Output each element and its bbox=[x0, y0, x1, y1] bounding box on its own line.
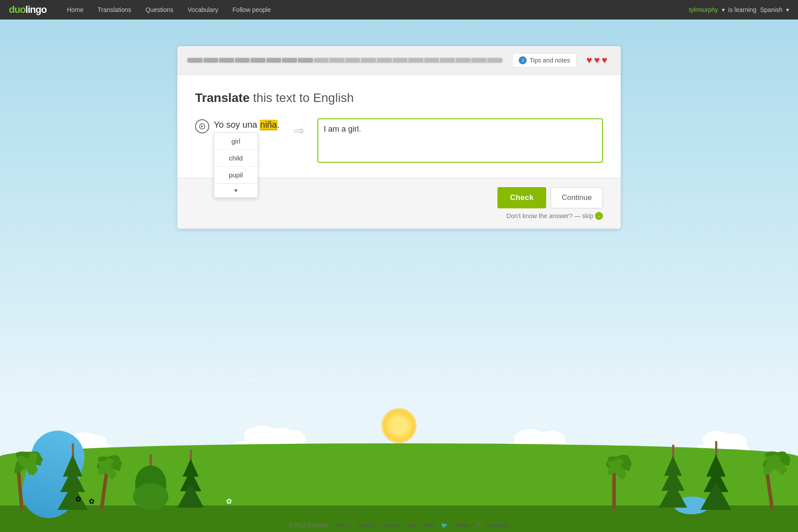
tree-palm-right-1 bbox=[607, 452, 621, 510]
tree-evergreen-right-2 bbox=[700, 441, 732, 510]
navbar-user-area: tylrmurphy ▾ is learning Spanish ▾ bbox=[689, 6, 789, 13]
progress-seg-20 bbox=[487, 58, 502, 63]
footer-twitter-icon: 🐦 bbox=[441, 522, 448, 528]
sun bbox=[381, 408, 417, 443]
sentence-wrapper: Yo soy una niña. girl child pupil ▼ bbox=[214, 118, 280, 131]
tooltip-pointer bbox=[223, 133, 230, 133]
tips-button-label: Tips and notes bbox=[529, 57, 570, 64]
progress-area: i Tips and notes ♥ ♥ ♥ bbox=[177, 46, 621, 75]
skip-arrow-icon: → bbox=[595, 212, 603, 220]
nav-vocabulary[interactable]: Vocabulary bbox=[180, 0, 225, 20]
footer-blog[interactable]: Blog bbox=[423, 522, 434, 528]
progress-seg-12 bbox=[361, 58, 376, 63]
exercise-title-rest: this text to English bbox=[250, 91, 354, 105]
tips-button[interactable]: i Tips and notes bbox=[512, 53, 576, 67]
answer-input[interactable] bbox=[317, 118, 603, 163]
footer-facebook-icon: f bbox=[477, 522, 479, 528]
progress-seg-16 bbox=[424, 58, 439, 63]
progress-bar-track bbox=[186, 57, 503, 63]
progress-seg-3 bbox=[219, 58, 234, 63]
skip-text: Don't know the answer? — skip bbox=[506, 212, 593, 219]
footer-help[interactable]: Help bbox=[405, 522, 416, 528]
bird-1: 〜 bbox=[248, 377, 254, 384]
navbar-username[interactable]: tylrmurphy bbox=[689, 6, 718, 13]
footer-twitter[interactable]: Twitter bbox=[455, 522, 470, 528]
progress-seg-8 bbox=[298, 58, 313, 63]
tree-round-left-1 bbox=[133, 454, 168, 510]
skip-link[interactable]: Don't know the answer? — skip → bbox=[506, 212, 603, 220]
navbar-chevron: ▾ bbox=[722, 6, 725, 13]
highlighted-word[interactable]: niña bbox=[260, 120, 278, 130]
exercise-title: Translate this text to English bbox=[195, 91, 603, 105]
progress-seg-2 bbox=[203, 58, 219, 63]
word-tooltip: girl child pupil ▼ bbox=[214, 133, 258, 198]
progress-seg-13 bbox=[377, 58, 392, 63]
answer-area bbox=[317, 118, 603, 164]
footer-facebook[interactable]: Facebook bbox=[486, 522, 510, 528]
progress-seg-19 bbox=[471, 58, 486, 63]
logo-lingo: lingo bbox=[25, 4, 47, 15]
arrow-divider: ⇒ bbox=[293, 123, 304, 138]
sentence-area: Yo soy una niña. girl child pupil ▼ bbox=[195, 118, 280, 133]
heart-2: ♥ bbox=[594, 55, 600, 66]
heart-1: ♥ bbox=[587, 55, 592, 66]
hearts-area: ♥ ♥ ♥ bbox=[582, 55, 612, 66]
tooltip-item-child[interactable]: child bbox=[214, 150, 258, 167]
navbar-is-learning: is learning bbox=[728, 6, 757, 13]
nav-links: Home Translations Questions Vocabulary F… bbox=[60, 0, 689, 20]
exercise-body: Translate this text to English Yo soy un… bbox=[177, 75, 621, 178]
progress-seg-15 bbox=[408, 58, 423, 63]
flower-3: ✿ bbox=[226, 497, 232, 505]
logo[interactable]: duolingo bbox=[9, 4, 47, 16]
nav-questions[interactable]: Questions bbox=[138, 0, 180, 20]
tree-palm-left-1 bbox=[13, 448, 27, 510]
sun-glow bbox=[381, 408, 417, 443]
page-footer: © 2012 Duolingo Terms Privacy Upload Hel… bbox=[0, 522, 798, 528]
progress-seg-1 bbox=[188, 58, 203, 63]
logo-duo: duo bbox=[9, 4, 25, 15]
nav-follow[interactable]: Follow people bbox=[225, 0, 278, 20]
bird-2: 〜 bbox=[262, 380, 267, 388]
flower-2: ✿ bbox=[89, 497, 94, 505]
navbar-flag-chevron: ▾ bbox=[786, 6, 789, 13]
progress-seg-9 bbox=[314, 58, 329, 63]
nav-translations[interactable]: Translations bbox=[90, 0, 138, 20]
continue-button[interactable]: Continue bbox=[551, 187, 603, 208]
progress-seg-6 bbox=[266, 58, 282, 63]
speaker-button[interactable] bbox=[195, 119, 209, 133]
progress-seg-7 bbox=[282, 58, 297, 63]
flower-1: ✿ bbox=[75, 495, 81, 503]
sentence-after: . bbox=[278, 120, 280, 129]
navbar: duolingo Home Translations Questions Voc… bbox=[0, 0, 798, 20]
footer-privacy[interactable]: Privacy bbox=[357, 522, 374, 528]
progress-seg-4 bbox=[235, 58, 250, 63]
progress-seg-18 bbox=[456, 58, 471, 63]
svg-marker-1 bbox=[201, 125, 203, 128]
navbar-language: Spanish bbox=[760, 6, 782, 13]
speaker-icon bbox=[199, 123, 205, 129]
check-button[interactable]: Check bbox=[497, 187, 546, 208]
sentence-before: Yo soy una bbox=[214, 120, 260, 129]
sentence-text: Yo soy una niña. bbox=[214, 120, 280, 129]
info-icon: i bbox=[519, 56, 527, 64]
tree-evergreen-left-1 bbox=[58, 443, 88, 510]
footer-upload[interactable]: Upload bbox=[381, 522, 398, 528]
tree-evergreen-right-1 bbox=[659, 445, 687, 508]
tooltip-item-girl[interactable]: girl bbox=[214, 133, 258, 150]
tree-evergreen-left-2 bbox=[177, 450, 204, 508]
landscape: 〜 〜 〜 ✿ ✿ ✿ bbox=[0, 372, 798, 532]
tooltip-more-btn[interactable]: ▼ bbox=[214, 184, 258, 197]
footer-terms[interactable]: Terms bbox=[335, 522, 350, 528]
heart-3: ♥ bbox=[602, 55, 607, 66]
exercise-title-bold: Translate bbox=[195, 91, 250, 105]
progress-bar-container bbox=[186, 57, 503, 63]
progress-seg-14 bbox=[393, 58, 408, 63]
exercise-row: Yo soy una niña. girl child pupil ▼ ⇒ bbox=[195, 118, 603, 164]
exercise-card: i Tips and notes ♥ ♥ ♥ Translate this te… bbox=[177, 46, 621, 229]
footer-copyright: © 2012 Duolingo bbox=[289, 522, 329, 528]
progress-seg-17 bbox=[440, 58, 455, 63]
tooltip-item-pupil[interactable]: pupil bbox=[214, 167, 258, 184]
progress-seg-5 bbox=[250, 58, 266, 63]
nav-home[interactable]: Home bbox=[60, 0, 90, 20]
footer-buttons: Check Continue bbox=[497, 187, 603, 208]
